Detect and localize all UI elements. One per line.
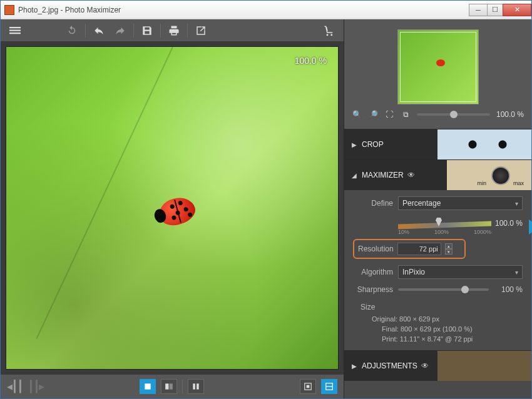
svg-rect-5 (169, 383, 172, 389)
window-title: Photo_2.jpg - Photo Maximizer (18, 6, 469, 14)
close-button[interactable]: ✕ (503, 4, 531, 16)
min-label: min (477, 180, 486, 186)
resolution-stepper[interactable]: ▴▾ (445, 243, 453, 255)
preview-zoom-value: 100.0 % (496, 110, 524, 119)
svg-rect-1 (9, 29, 21, 31)
chevron-down-icon: ◢ (352, 172, 357, 179)
algorithm-value: InPixio (402, 268, 425, 276)
chevron-right-icon: ▶ (352, 363, 357, 370)
panel-collapse-handle[interactable] (529, 220, 532, 235)
caret-down-icon: ▾ (515, 269, 518, 276)
eye-icon[interactable]: 👁 (407, 171, 415, 179)
crop-section-header[interactable]: ▶ CROP (344, 129, 531, 159)
svg-rect-7 (197, 383, 199, 389)
preview-zoom-slider[interactable] (417, 113, 490, 116)
redo-button[interactable] (112, 23, 128, 39)
left-pane: 100.0 % ◂┃┃ ┃┃▸ (1, 19, 344, 398)
undo-history-icon[interactable] (64, 23, 80, 39)
tick-1000: 1000% (474, 229, 491, 235)
size-info: Size Original: 800 × 629 px Final: 800 ×… (361, 303, 523, 345)
export-button[interactable] (193, 23, 209, 39)
sharpness-value: 100 % (494, 285, 523, 294)
view-mode-split[interactable] (188, 379, 204, 394)
sharpness-label: Sharpness (353, 285, 393, 294)
svg-rect-2 (9, 33, 21, 34)
crop-section-title: CROP (362, 140, 384, 149)
right-panel: 🔍 🔎 ⛶ ⧉ 100.0 % ▶ CROP ◢ MAXIMIZER (344, 19, 531, 398)
step-down-icon[interactable]: ▾ (445, 249, 453, 255)
maximizer-section-header[interactable]: ◢ MAXIMIZER 👁 min max (344, 160, 531, 190)
svg-rect-6 (193, 383, 195, 389)
define-value: Percentage (402, 199, 441, 208)
size-final: Final: 800 × 629 px (100.0 %) (382, 325, 523, 333)
eye-icon[interactable]: 👁 (421, 361, 429, 370)
preview-panel: 🔍 🔎 ⛶ ⧉ 100.0 % (344, 19, 531, 129)
zoom-indicator: 100.0 % (295, 56, 327, 66)
zoom-out-icon[interactable]: 🔍 (352, 109, 362, 119)
sharpness-slider[interactable] (398, 288, 489, 291)
maximize-button[interactable]: ☐ (487, 4, 503, 16)
print-button[interactable] (166, 23, 182, 39)
tick-10: 10% (398, 229, 409, 235)
bottom-toolbar: ◂┃┃ ┃┃▸ (1, 375, 344, 398)
svg-rect-3 (145, 383, 150, 389)
onetoone-icon[interactable]: ⧉ (401, 109, 411, 119)
caret-down-icon: ▾ (515, 200, 518, 207)
cart-button[interactable] (321, 23, 337, 39)
top-toolbar (1, 19, 344, 41)
save-button[interactable] (139, 23, 155, 39)
undo-button[interactable] (91, 23, 107, 39)
define-label: Define (353, 199, 393, 208)
max-label: max (513, 180, 524, 186)
actual-size-button[interactable] (321, 379, 337, 394)
resolution-label: Resolution (358, 245, 394, 253)
canvas[interactable]: 100.0 % (1, 41, 344, 375)
app-window: Photo_2.jpg - Photo Maximizer ─ ☐ ✕ (0, 0, 532, 399)
adjustments-section-title: ADJUSTMENTS (362, 361, 417, 370)
maximizer-panel: Define Percentage ▾ 10% 100% 1000% (344, 190, 531, 350)
dial-icon (491, 166, 510, 185)
minimize-button[interactable]: ─ (469, 4, 488, 16)
zoom-in-icon[interactable]: 🔎 (368, 109, 378, 119)
image-view[interactable]: 100.0 % (6, 46, 339, 370)
adjustments-section-header[interactable]: ▶ ADJUSTMENTS 👁 (344, 351, 531, 381)
step-up-icon[interactable]: ▴ (445, 243, 453, 249)
size-label: Size (361, 303, 523, 311)
tick-100: 100% (434, 229, 449, 235)
resolution-row: Resolution 72 ppi ▴▾ (353, 239, 466, 259)
menu-button[interactable] (7, 23, 23, 39)
next-image-button[interactable]: ┃┃▸ (28, 380, 43, 393)
size-print: Print: 11.11" × 8.74" @ 72 ppi (382, 335, 523, 343)
fit-screen-button[interactable] (300, 379, 316, 394)
prev-image-button[interactable]: ◂┃┃ (7, 380, 23, 393)
resolution-value: 72 ppi (419, 245, 438, 253)
svg-rect-4 (165, 383, 168, 389)
percentage-slider[interactable]: 10% 100% 1000% 100.0 % (398, 216, 523, 233)
view-mode-single[interactable] (140, 379, 156, 394)
fit-icon[interactable]: ⛶ (384, 109, 394, 119)
percentage-value: 100.0 % (495, 219, 523, 228)
app-icon (4, 5, 14, 15)
chevron-right-icon: ▶ (352, 141, 357, 148)
size-original: Original: 800 × 629 px (372, 315, 523, 323)
algorithm-dropdown[interactable]: InPixio ▾ (398, 265, 523, 279)
svg-rect-0 (9, 27, 21, 28)
algorithm-label: Algorithm (353, 268, 393, 276)
resolution-field[interactable]: 72 ppi (397, 243, 441, 255)
titlebar: Photo_2.jpg - Photo Maximizer ─ ☐ ✕ (1, 1, 531, 19)
define-dropdown[interactable]: Percentage ▾ (398, 196, 523, 210)
maximizer-section-title: MAXIMIZER (362, 171, 404, 179)
view-mode-compare[interactable] (161, 379, 177, 394)
preview-thumbnail[interactable] (397, 29, 479, 104)
svg-rect-9 (307, 385, 310, 388)
